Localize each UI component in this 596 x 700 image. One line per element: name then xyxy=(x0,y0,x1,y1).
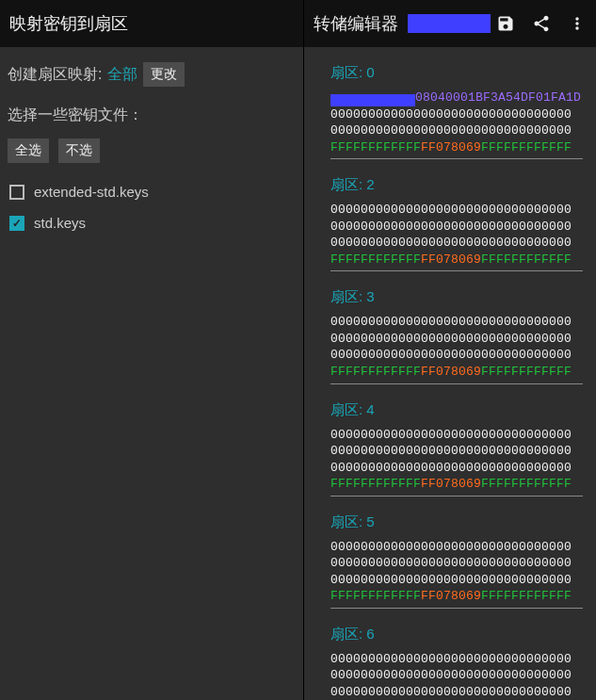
more-icon[interactable] xyxy=(568,14,587,33)
hex-segment: FF078069 xyxy=(421,589,481,603)
hex-row: 08040001BF3A54DF01FA1D xyxy=(330,90,583,106)
hex-segment: FFFFFFFFFFFF xyxy=(481,252,572,267)
hex-block[interactable]: 0000000000000000000000000000000000000000… xyxy=(330,202,583,271)
hex-segment: FFFFFFFFFFFF xyxy=(330,252,421,267)
hex-row: 00000000000000000000000000000000 xyxy=(330,427,583,444)
hex-segment: FFFFFFFFFFFF xyxy=(481,140,572,155)
hex-row: FFFFFFFFFFFFFF078069FFFFFFFFFFFF xyxy=(330,139,583,156)
sector-block: 扇区: 600000000000000000000000000000000000… xyxy=(304,614,596,700)
key-file-item[interactable]: extended-std.keys xyxy=(0,176,303,207)
hex-segment: 00000000000000000000000000000000 xyxy=(330,428,572,442)
keymap-header: 映射密钥到扇区 xyxy=(0,0,303,47)
sector-label[interactable]: 扇区: 3 xyxy=(330,283,583,314)
hex-segment: 00000000000000000000000000000000 xyxy=(330,332,572,346)
hex-segment: 00000000000000000000000000000000 xyxy=(330,573,572,587)
hex-segment: 00000000000000000000000000000000 xyxy=(330,685,572,699)
hex-segment: 00000000000000000000000000000000 xyxy=(330,236,572,250)
sector-block: 扇区: 200000000000000000000000000000000000… xyxy=(304,165,596,277)
hex-row: FFFFFFFFFFFFFF078069FFFFFFFFFFFF xyxy=(330,364,583,381)
hex-row: 00000000000000000000000000000000 xyxy=(330,122,583,139)
hex-segment: 00000000000000000000000000000000 xyxy=(330,444,572,458)
change-button[interactable]: 更改 xyxy=(143,62,185,87)
key-file-label: extended-std.keys xyxy=(34,184,149,200)
hex-row: 00000000000000000000000000000000 xyxy=(330,235,583,252)
hex-segment: FF078069 xyxy=(421,365,481,379)
keymap-pane: 映射密钥到扇区 创建扇区映射: 全部 更改 选择一些密钥文件： 全选 不选 ex… xyxy=(0,0,303,700)
uid-selection[interactable] xyxy=(330,94,415,106)
sector-block: 扇区: 008040001BF3A54DF01FA1D0000000000000… xyxy=(304,53,596,165)
dump-header: 转储编辑器 xyxy=(304,0,596,47)
hex-row: 00000000000000000000000000000000 xyxy=(330,667,583,684)
key-file-item[interactable]: std.keys xyxy=(0,207,303,238)
hex-segment: FFFFFFFFFFFF xyxy=(330,140,421,155)
hex-row: 00000000000000000000000000000000 xyxy=(330,219,583,236)
dump-name-input[interactable] xyxy=(408,14,491,33)
key-file-list: extended-std.keysstd.keys xyxy=(0,176,303,238)
hex-row: FFFFFFFFFFFFFF078069FFFFFFFFFFFF xyxy=(330,476,583,493)
sector-block: 扇区: 400000000000000000000000000000000000… xyxy=(304,390,596,502)
hex-segment: 00000000000000000000000000000000 xyxy=(330,668,572,682)
hex-segment: FF078069 xyxy=(421,252,481,267)
hex-row: FFFFFFFFFFFFFF078069FFFFFFFFFFFF xyxy=(330,588,583,605)
hex-block[interactable]: 0000000000000000000000000000000000000000… xyxy=(330,651,583,700)
keymap-title: 映射密钥到扇区 xyxy=(9,12,128,35)
hex-block[interactable]: 0000000000000000000000000000000000000000… xyxy=(330,427,583,497)
dump-title: 转储编辑器 xyxy=(314,12,398,35)
hex-segment: 00000000000000000000000000000000 xyxy=(330,348,572,362)
hex-segment: 00000000000000000000000000000000 xyxy=(330,107,572,122)
hex-segment: FFFFFFFFFFFF xyxy=(481,477,572,491)
hex-block[interactable]: 0000000000000000000000000000000000000000… xyxy=(330,314,583,383)
hex-segment: FFFFFFFFFFFF xyxy=(481,589,572,603)
hex-row: FFFFFFFFFFFFFF078069FFFFFFFFFFFF xyxy=(330,252,583,269)
dump-editor-pane: 转储编辑器 扇区: 008040001BF3A54DF01FA1D0000000… xyxy=(303,0,596,700)
checkbox-icon[interactable] xyxy=(9,185,24,200)
select-none-button[interactable]: 不选 xyxy=(58,138,100,163)
hex-segment: FF078069 xyxy=(421,477,481,491)
sector-label[interactable]: 扇区: 4 xyxy=(330,396,583,427)
sector-label[interactable]: 扇区: 2 xyxy=(330,171,583,202)
header-icons xyxy=(496,14,587,33)
hex-segment: FFFFFFFFFFFF xyxy=(330,589,421,603)
hex-segment: 00000000000000000000000000000000 xyxy=(330,556,572,570)
dump-body[interactable]: 扇区: 008040001BF3A54DF01FA1D0000000000000… xyxy=(304,47,596,700)
select-all-button[interactable]: 全选 xyxy=(8,138,49,163)
hex-block[interactable]: 08040001BF3A54DF01FA1D000000000000000000… xyxy=(330,90,583,159)
hex-row: 00000000000000000000000000000000 xyxy=(330,443,583,460)
key-file-label: std.keys xyxy=(34,215,86,231)
hex-segment: FFFFFFFFFFFF xyxy=(330,477,421,491)
mapping-row: 创建扇区映射: 全部 更改 xyxy=(0,47,303,96)
hex-segment: 00000000000000000000000000000000 xyxy=(330,123,572,138)
select-key-files-label: 选择一些密钥文件： xyxy=(0,96,303,133)
hex-row: 00000000000000000000000000000000 xyxy=(330,684,583,700)
hex-row: 00000000000000000000000000000000 xyxy=(330,460,583,477)
hex-segment: 00000000000000000000000000000000 xyxy=(330,203,572,217)
share-icon[interactable] xyxy=(532,14,551,33)
hex-segment: FF078069 xyxy=(421,140,481,155)
hex-row: 00000000000000000000000000000000 xyxy=(330,314,583,331)
hex-segment: 00000000000000000000000000000000 xyxy=(330,315,572,329)
hex-segment: 00000000000000000000000000000000 xyxy=(330,220,572,234)
sector-label[interactable]: 扇区: 5 xyxy=(330,508,583,539)
hex-row: 00000000000000000000000000000000 xyxy=(330,651,583,668)
sector-label[interactable]: 扇区: 6 xyxy=(330,620,583,651)
hex-row: 00000000000000000000000000000000 xyxy=(330,347,583,364)
checkbox-icon[interactable] xyxy=(9,216,24,231)
sector-block: 扇区: 500000000000000000000000000000000000… xyxy=(304,502,596,614)
hex-segment: FFFFFFFFFFFF xyxy=(330,365,421,379)
hex-segment: FFFFFFFFFFFF xyxy=(481,365,572,379)
hex-segment: 00000000000000000000000000000000 xyxy=(330,540,572,554)
sector-label[interactable]: 扇区: 0 xyxy=(330,58,583,90)
hex-row: 00000000000000000000000000000000 xyxy=(330,539,583,556)
mapping-value[interactable]: 全部 xyxy=(107,65,137,85)
hex-block[interactable]: 0000000000000000000000000000000000000000… xyxy=(330,539,583,609)
hex-segment: 00000000000000000000000000000000 xyxy=(330,461,572,475)
hex-row: 00000000000000000000000000000000 xyxy=(330,572,583,589)
hex-row: 00000000000000000000000000000000 xyxy=(330,106,583,123)
hex-segment: 00000000000000000000000000000000 xyxy=(330,652,572,666)
save-icon[interactable] xyxy=(496,14,515,33)
select-buttons-row: 全选 不选 xyxy=(0,133,303,176)
sector-block: 扇区: 300000000000000000000000000000000000… xyxy=(304,277,596,389)
hex-row: 00000000000000000000000000000000 xyxy=(330,555,583,572)
hex-row: 00000000000000000000000000000000 xyxy=(330,331,583,348)
hex-row: 00000000000000000000000000000000 xyxy=(330,202,583,219)
